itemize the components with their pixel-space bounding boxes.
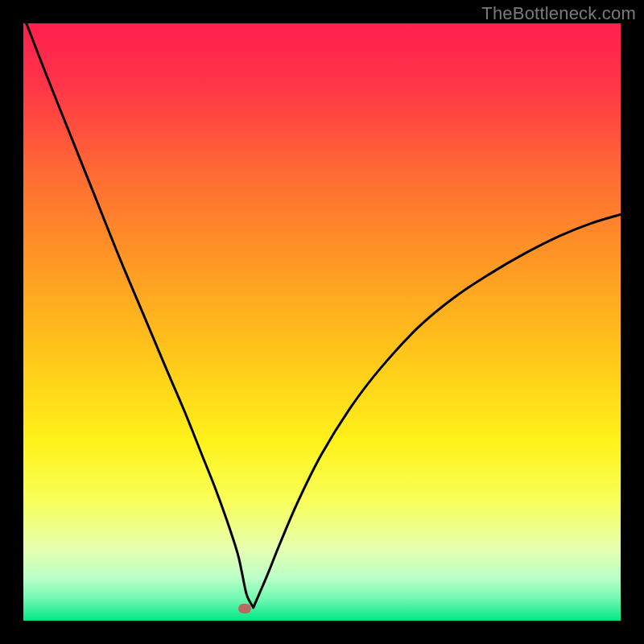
chart-frame: TheBottleneck.com xyxy=(0,0,644,644)
bottleneck-curve xyxy=(23,23,621,621)
plot-area xyxy=(23,23,621,621)
curve-left-branch xyxy=(27,23,254,608)
watermark-text: TheBottleneck.com xyxy=(481,3,636,24)
curve-right-branch xyxy=(254,214,621,607)
optimal-point-marker xyxy=(238,604,251,613)
